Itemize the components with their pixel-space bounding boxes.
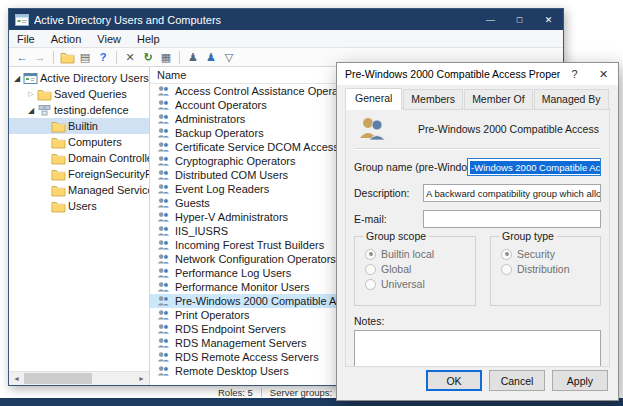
list-item-label: Distributed COM Users xyxy=(175,169,290,181)
radio-label: Distribution xyxy=(517,263,570,275)
email-label: E-mail: xyxy=(354,213,423,225)
group-icon xyxy=(156,337,175,349)
group-icon xyxy=(156,127,175,139)
list-item-label: Account Operators xyxy=(175,99,269,111)
tree-item-label: Builtin xyxy=(68,120,100,132)
toolbar-separator xyxy=(53,51,54,64)
tab-members[interactable]: Members xyxy=(403,89,463,110)
tree-items: ◢Active Directory Users and Com▷Saved Qu… xyxy=(9,70,149,371)
list-item-label: Print Operators xyxy=(175,309,252,321)
tree-horizontal-scrollbar[interactable]: ◄ ► xyxy=(9,371,149,385)
dialog-titlebar[interactable]: Pre-Windows 2000 Compatible Access Prope… xyxy=(337,63,618,85)
selected-text: -Windows 2000 Compatible Access xyxy=(470,161,601,174)
cancel-button[interactable]: Cancel xyxy=(489,370,545,391)
back-icon[interactable]: ← xyxy=(13,50,31,65)
status-roles: Roles: 5 xyxy=(218,387,253,398)
tree-item-saved-queries[interactable]: ▷Saved Queries xyxy=(9,86,149,102)
dialog-help-button[interactable]: ? xyxy=(560,63,589,85)
scroll-left-icon[interactable]: ◄ xyxy=(9,375,24,382)
group-icon xyxy=(156,141,175,153)
email-input[interactable] xyxy=(423,210,601,228)
new-user-icon[interactable]: ♟ xyxy=(184,50,202,65)
tree-item-computers[interactable]: Computers xyxy=(9,134,149,150)
folder-icon xyxy=(51,184,68,197)
dialog-close-button[interactable]: ✕ xyxy=(589,63,618,85)
group-name-row: Group name (pre-Windows 2000): -Windows … xyxy=(354,158,601,176)
expander-icon[interactable]: ◢ xyxy=(25,106,37,115)
toolbar-separator xyxy=(179,51,180,64)
help-icon[interactable]: ? xyxy=(94,50,112,65)
list-item-label: Administrators xyxy=(175,113,247,125)
console-icon xyxy=(23,72,40,85)
scroll-thumb[interactable] xyxy=(24,373,92,384)
tree-item-label: Users xyxy=(68,200,99,212)
tree-item-builtin[interactable]: Builtin xyxy=(9,118,149,134)
tree-item-testing-defence[interactable]: ◢testing.defence xyxy=(9,102,149,118)
tab-general[interactable]: General xyxy=(345,88,402,110)
radio-builtin-local[interactable]: Builtin local xyxy=(365,248,475,260)
expander-icon[interactable]: ◢ xyxy=(11,74,23,83)
tree-item-foreignsecurityprincipals[interactable]: ForeignSecurityPrincipals xyxy=(9,166,149,182)
list-item-label: Backup Operators xyxy=(175,127,266,139)
export-list-icon[interactable]: ▤ xyxy=(76,50,94,65)
minimize-button[interactable]: — xyxy=(476,9,505,30)
new-group-icon[interactable]: ♟ xyxy=(202,50,220,65)
apply-button[interactable]: Apply xyxy=(552,370,608,391)
menu-view[interactable]: View xyxy=(89,33,129,45)
menu-action[interactable]: Action xyxy=(43,33,90,45)
toolbar-separator xyxy=(116,51,117,64)
tree-item-label: ForeignSecurityPrincipals xyxy=(68,168,149,180)
tree-item-label: Saved Queries xyxy=(54,88,129,100)
forward-icon[interactable]: → xyxy=(31,50,49,65)
folder-icon xyxy=(37,88,54,101)
radio-distribution[interactable]: Distribution xyxy=(501,263,600,275)
group-icon xyxy=(156,365,175,377)
properties-icon[interactable]: ▦ xyxy=(157,50,175,65)
ok-button[interactable]: OK xyxy=(426,370,482,391)
tree-pane: ◢Active Directory Users and Com▷Saved Qu… xyxy=(9,67,150,385)
menu-help[interactable]: Help xyxy=(129,33,168,45)
status-server-groups: Server groups: xyxy=(270,387,332,398)
group-icon xyxy=(156,155,175,167)
tree-item-managed-service-accou[interactable]: Managed Service Accou xyxy=(9,182,149,198)
delete-icon[interactable]: ✕ xyxy=(121,50,139,65)
description-input[interactable]: A backward compatibility group which all… xyxy=(423,184,601,202)
tree-item-domain-controllers[interactable]: Domain Controllers xyxy=(9,150,149,166)
notes-textarea[interactable] xyxy=(354,330,601,367)
radio-global[interactable]: Global xyxy=(365,263,475,275)
expander-icon[interactable]: ▷ xyxy=(25,90,37,98)
scroll-track[interactable] xyxy=(24,372,134,385)
list-item-label: Remote Desktop Users xyxy=(175,365,291,377)
refresh-icon[interactable]: ↻ xyxy=(139,50,157,65)
tree-item-label: testing.defence xyxy=(54,104,131,116)
titlebar[interactable]: Active Directory Users and Computers —□✕ xyxy=(9,9,563,30)
email-row: E-mail: xyxy=(354,210,601,228)
list-item-label: RDS Remote Access Servers xyxy=(175,351,321,363)
maximize-button[interactable]: □ xyxy=(505,9,534,30)
notes-label: Notes: xyxy=(354,315,601,327)
menu-file[interactable]: File xyxy=(9,33,43,45)
radio-security[interactable]: Security xyxy=(501,248,600,260)
dialog-buttons: OK Cancel Apply xyxy=(426,370,608,391)
group-type-box: Group type Security Distribution xyxy=(490,236,601,306)
set-filter-icon[interactable]: ▽ xyxy=(220,50,238,65)
show-console-tree-icon[interactable] xyxy=(58,50,76,65)
group-icon xyxy=(156,267,175,279)
group-icon xyxy=(156,323,175,335)
list-item-label: Cryptographic Operators xyxy=(175,155,297,167)
radio-label: Builtin local xyxy=(381,248,434,260)
description-row: Description: A backward compatibility gr… xyxy=(354,184,601,202)
group-icon xyxy=(156,197,175,209)
tree-item-active-directory-users-and-com[interactable]: ◢Active Directory Users and Com xyxy=(9,70,149,86)
radio-universal[interactable]: Universal xyxy=(365,278,475,290)
tab-member-of[interactable]: Member Of xyxy=(464,89,533,110)
mmc-console-icon xyxy=(15,14,29,26)
group-name-input[interactable]: -Windows 2000 Compatible Access xyxy=(467,158,601,176)
group-icon xyxy=(156,309,175,321)
tab-managed-by[interactable]: Managed By xyxy=(534,89,609,110)
scroll-right-icon[interactable]: ► xyxy=(134,375,149,382)
tree-item-users[interactable]: Users xyxy=(9,198,149,214)
group-icon xyxy=(156,351,175,363)
list-item-label: Event Log Readers xyxy=(175,183,271,195)
close-button[interactable]: ✕ xyxy=(534,9,563,30)
